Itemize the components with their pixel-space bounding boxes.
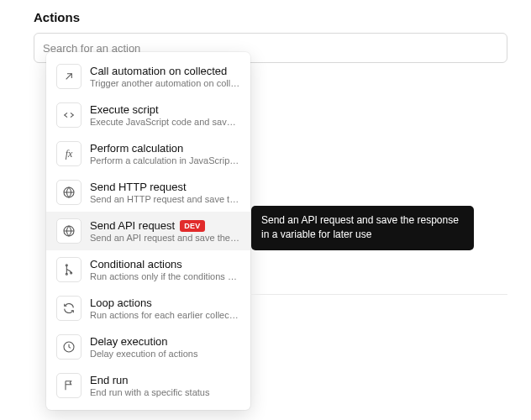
action-label: Execute script	[90, 103, 159, 116]
action-item[interactable]: Call automation on collectedTrigger anot…	[46, 57, 250, 96]
action-description: End run with a specific status	[90, 387, 240, 397]
action-item[interactable]: fxPerform calculationPerform a calculati…	[46, 134, 250, 173]
globe-icon	[56, 218, 81, 244]
action-description: Run actions only if the conditions are …	[90, 271, 240, 281]
loop-icon	[56, 296, 81, 321]
action-item[interactable]: Execute scriptExecute JavaScript code an…	[46, 96, 250, 134]
action-description: Perform a calculation in JavaScript and…	[90, 155, 240, 165]
action-item[interactable]: Conditional actionsRun actions only if t…	[46, 250, 250, 289]
action-label: Send API request	[90, 219, 175, 232]
action-label: End run	[90, 374, 129, 386]
action-item[interactable]: Send API requestDEVSend an API request a…	[46, 212, 250, 250]
action-label: Send HTTP request	[90, 181, 187, 193]
globe-icon	[56, 180, 81, 205]
action-item[interactable]: Send HTTP requestSend an HTTP request an…	[46, 173, 250, 212]
action-description: Send an HTTP request and save the re…	[90, 194, 240, 204]
action-item[interactable]: Delay executionDelay execution of action…	[46, 328, 250, 366]
action-label: Conditional actions	[90, 258, 182, 270]
actions-dropdown: Call automation on collectedTrigger anot…	[46, 52, 250, 410]
clock-icon	[56, 334, 81, 360]
action-label: Loop actions	[90, 297, 152, 309]
branch-icon	[56, 257, 81, 282]
action-label: Perform calculation	[90, 142, 183, 155]
action-label: Call automation on collected	[90, 65, 227, 77]
arrow-up-right-icon	[56, 64, 81, 89]
action-item[interactable]: End runEnd run with a specific status	[46, 366, 250, 405]
action-description: Send an API request and save the resp…	[90, 233, 240, 243]
action-description: Delay execution of actions	[90, 349, 240, 359]
action-item[interactable]: Loop actionsRun actions for each earlier…	[46, 289, 250, 328]
svg-point-2	[66, 265, 67, 266]
action-label: Delay execution	[90, 335, 168, 348]
action-description: Trigger another automation on collecte…	[90, 78, 240, 88]
page-title: Actions	[34, 10, 507, 24]
dev-badge: DEV	[180, 220, 204, 232]
fx-icon: fx	[56, 141, 81, 166]
action-description: Execute JavaScript code and save the …	[90, 117, 240, 127]
divider	[250, 294, 507, 295]
tooltip: Send an API request and save the respons…	[251, 206, 474, 250]
action-description: Run actions for each earlier collected r…	[90, 310, 240, 320]
flag-icon	[56, 373, 81, 398]
code-icon	[56, 102, 81, 128]
